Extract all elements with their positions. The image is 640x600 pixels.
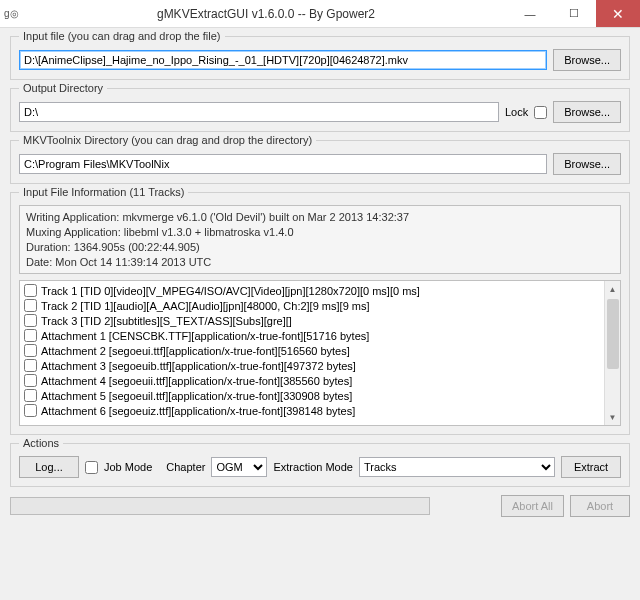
scroll-down-icon[interactable]: ▼ bbox=[605, 409, 620, 425]
lock-checkbox[interactable] bbox=[534, 106, 547, 119]
actions-group: Actions Log... Job Mode Chapter OGM Extr… bbox=[10, 443, 630, 487]
track-row[interactable]: Track 2 [TID 1][audio][A_AAC][Audio][jpn… bbox=[20, 298, 604, 313]
mkvtoolnix-browse-button[interactable]: Browse... bbox=[553, 153, 621, 175]
mkvtoolnix-field[interactable] bbox=[19, 154, 547, 174]
mkvtoolnix-group: MKVToolnix Directory (you can drag and d… bbox=[10, 140, 630, 184]
info-line: Duration: 1364.905s (00:22:44.905) bbox=[26, 240, 614, 255]
abort-button[interactable]: Abort bbox=[570, 495, 630, 517]
info-line: Date: Mon Oct 14 11:39:14 2013 UTC bbox=[26, 255, 614, 270]
job-mode-label: Job Mode bbox=[104, 461, 152, 473]
output-dir-field[interactable] bbox=[19, 102, 499, 122]
track-checkbox[interactable] bbox=[24, 284, 37, 297]
output-dir-label: Output Directory bbox=[19, 82, 107, 94]
track-checkbox[interactable] bbox=[24, 359, 37, 372]
extraction-mode-label: Extraction Mode bbox=[273, 461, 352, 473]
info-label: Input File Information (11 Tracks) bbox=[19, 186, 188, 198]
info-line: Writing Application: mkvmerge v6.1.0 ('O… bbox=[26, 210, 614, 225]
track-checkbox[interactable] bbox=[24, 389, 37, 402]
lock-label: Lock bbox=[505, 106, 528, 118]
window-title: gMKVExtractGUI v1.6.0.0 -- By Gpower2 bbox=[24, 7, 508, 21]
track-row[interactable]: Track 1 [TID 0][video][V_MPEG4/ISO/AVC][… bbox=[20, 283, 604, 298]
track-row[interactable]: Track 3 [TID 2][subtitles][S_TEXT/ASS][S… bbox=[20, 313, 604, 328]
abort-all-button[interactable]: Abort All bbox=[501, 495, 564, 517]
input-file-label: Input file (you can drag and drop the fi… bbox=[19, 30, 225, 42]
track-row[interactable]: Attachment 4 [segoeuii.ttf][application/… bbox=[20, 373, 604, 388]
mkvtoolnix-label: MKVToolnix Directory (you can drag and d… bbox=[19, 134, 316, 146]
input-file-field[interactable] bbox=[19, 50, 547, 70]
track-checkbox[interactable] bbox=[24, 314, 37, 327]
scroll-thumb[interactable] bbox=[607, 299, 619, 369]
close-button[interactable]: ✕ bbox=[596, 0, 640, 27]
track-checkbox[interactable] bbox=[24, 374, 37, 387]
track-row[interactable]: Attachment 1 [CENSCBK.TTF][application/x… bbox=[20, 328, 604, 343]
info-group: Input File Information (11 Tracks) Writi… bbox=[10, 192, 630, 435]
job-mode-checkbox[interactable] bbox=[85, 461, 98, 474]
scroll-up-icon[interactable]: ▲ bbox=[605, 281, 620, 297]
track-list[interactable]: Track 1 [TID 0][video][V_MPEG4/ISO/AVC][… bbox=[20, 281, 604, 425]
maximize-button[interactable]: ☐ bbox=[552, 0, 596, 27]
info-line: Muxing Application: libebml v1.3.0 + lib… bbox=[26, 225, 614, 240]
chapter-label: Chapter bbox=[166, 461, 205, 473]
track-row[interactable]: Attachment 6 [segoeuiz.ttf][application/… bbox=[20, 403, 604, 418]
track-checkbox[interactable] bbox=[24, 404, 37, 417]
output-dir-group: Output Directory Lock Browse... bbox=[10, 88, 630, 132]
input-browse-button[interactable]: Browse... bbox=[553, 49, 621, 71]
extract-button[interactable]: Extract bbox=[561, 456, 621, 478]
extraction-mode-select[interactable]: Tracks bbox=[359, 457, 555, 477]
track-row[interactable]: Attachment 5 [segoeuil.ttf][application/… bbox=[20, 388, 604, 403]
log-button[interactable]: Log... bbox=[19, 456, 79, 478]
track-row[interactable]: Attachment 2 [segoeui.ttf][application/x… bbox=[20, 343, 604, 358]
track-checkbox[interactable] bbox=[24, 344, 37, 357]
scrollbar[interactable]: ▲ ▼ bbox=[604, 281, 620, 425]
app-icon: g◎ bbox=[4, 8, 24, 19]
chapter-select[interactable]: OGM bbox=[211, 457, 267, 477]
input-file-group: Input file (you can drag and drop the fi… bbox=[10, 36, 630, 80]
progress-bar bbox=[10, 497, 430, 515]
track-row[interactable]: Attachment 3 [segoeuib.ttf][application/… bbox=[20, 358, 604, 373]
actions-label: Actions bbox=[19, 437, 63, 449]
titlebar: g◎ gMKVExtractGUI v1.6.0.0 -- By Gpower2… bbox=[0, 0, 640, 28]
track-checkbox[interactable] bbox=[24, 329, 37, 342]
minimize-button[interactable]: — bbox=[508, 0, 552, 27]
track-checkbox[interactable] bbox=[24, 299, 37, 312]
info-box: Writing Application: mkvmerge v6.1.0 ('O… bbox=[19, 205, 621, 274]
output-browse-button[interactable]: Browse... bbox=[553, 101, 621, 123]
